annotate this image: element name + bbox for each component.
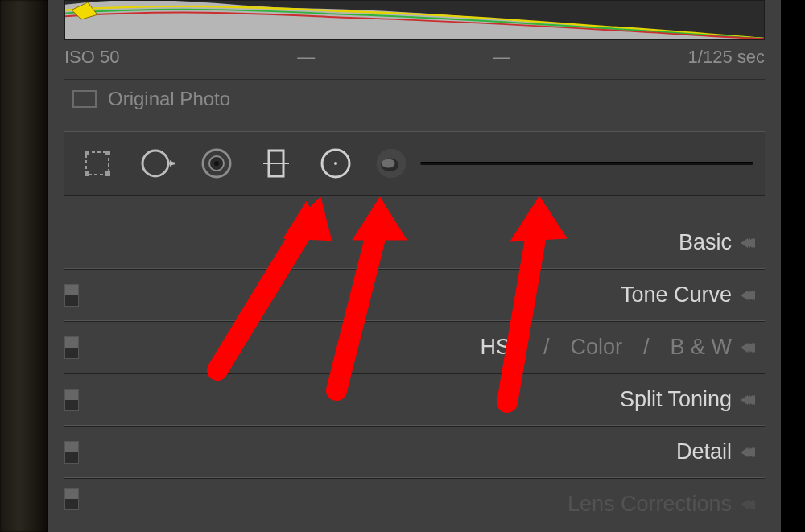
panel-basic-label: Basic <box>679 230 732 255</box>
disclosure-icon <box>748 395 755 405</box>
spot-removal-tool[interactable] <box>135 142 179 185</box>
histogram-graph <box>65 1 764 39</box>
adjustment-brush-icon <box>374 144 409 183</box>
graduated-filter-tool[interactable] <box>254 142 298 185</box>
tool-strip <box>64 131 765 196</box>
develop-right-panel: ISO 50 — — 1/125 sec Original Photo <box>48 0 781 532</box>
panel-color-label[interactable]: Color <box>570 335 622 360</box>
disclosure-icon <box>748 238 755 248</box>
disclosure-icon <box>748 343 755 353</box>
panel-detail[interactable]: Detail <box>64 426 765 478</box>
window-edge-left <box>0 0 48 532</box>
panel-lens-label: Lens Corrections <box>568 492 732 517</box>
svg-rect-4 <box>105 151 110 155</box>
disclosure-icon <box>748 500 755 509</box>
svg-point-11 <box>214 161 219 166</box>
panel-detail-label: Detail <box>676 439 732 464</box>
disclosure-icon <box>748 291 755 300</box>
histogram[interactable] <box>64 0 765 40</box>
original-photo-row: Original Photo <box>64 79 765 122</box>
panel-lens-corrections[interactable]: Lens Corrections <box>64 478 765 518</box>
red-eye-icon <box>197 144 236 183</box>
crop-icon <box>78 144 117 183</box>
radial-filter-icon <box>316 144 355 183</box>
window-edge-right <box>781 0 805 532</box>
panel-bw-label[interactable]: B & W <box>670 335 732 360</box>
brush-handle-line[interactable] <box>420 162 753 165</box>
svg-rect-6 <box>105 171 110 176</box>
aperture-value: — <box>297 47 315 68</box>
separator: / <box>543 335 550 360</box>
spot-removal-icon <box>138 144 176 183</box>
separator: / <box>643 335 650 360</box>
disclosure-icon <box>748 447 755 457</box>
svg-point-7 <box>142 151 168 176</box>
panel-split-toning-label: Split Toning <box>620 387 732 412</box>
svg-point-15 <box>334 162 337 165</box>
focal-value: — <box>493 47 510 68</box>
panel-toggle[interactable] <box>64 488 79 510</box>
panel-toggle[interactable] <box>64 284 79 307</box>
panel-toggle[interactable] <box>64 336 79 359</box>
svg-rect-2 <box>86 152 109 175</box>
panel-basic[interactable]: Basic <box>64 217 765 269</box>
original-photo-icon <box>72 90 97 108</box>
adjustment-brush-tool[interactable] <box>374 142 409 185</box>
shutter-value: 1/125 sec <box>688 47 765 68</box>
iso-value: ISO 50 <box>64 47 119 68</box>
graduated-filter-icon <box>257 144 295 183</box>
svg-point-18 <box>382 159 395 168</box>
panel-hsl-label: HSL <box>480 335 522 360</box>
crop-tool[interactable] <box>76 142 119 185</box>
panel-tone-curve[interactable]: Tone Curve <box>64 269 765 321</box>
exposure-info: ISO 50 — — 1/125 sec <box>64 47 765 68</box>
panel-hsl[interactable]: HSL / Color / B & W <box>64 321 765 373</box>
panel-tone-curve-label: Tone Curve <box>621 282 732 307</box>
panel-toggle[interactable] <box>64 389 79 411</box>
red-eye-tool[interactable] <box>195 142 238 185</box>
radial-filter-tool[interactable] <box>314 142 357 185</box>
original-photo-label: Original Photo <box>108 88 230 110</box>
svg-marker-8 <box>170 160 175 167</box>
panel-toggle[interactable] <box>64 441 79 464</box>
svg-rect-3 <box>85 151 89 155</box>
svg-rect-5 <box>85 171 89 176</box>
panel-split-toning[interactable]: Split Toning <box>64 373 765 426</box>
